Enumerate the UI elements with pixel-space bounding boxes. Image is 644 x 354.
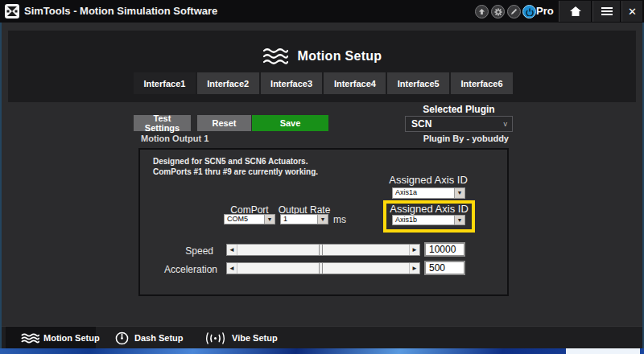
axis-b-value: Axis1b — [393, 216, 454, 224]
titlebar: SimTools - Motion Simulation Software Pr… — [0, 0, 644, 23]
selected-plugin-label: Selected Plugin — [405, 104, 513, 115]
plugin-by-credit: Plugin By - yobuddy — [348, 134, 509, 143]
motion-waves-icon — [262, 47, 288, 66]
selected-plugin-dropdown[interactable]: SCN v — [405, 116, 513, 132]
nav-motion-setup[interactable]: Motion Setup — [43, 327, 100, 349]
dropdown-arrow-icon: ▼ — [454, 216, 464, 224]
menu-button[interactable] — [592, 1, 620, 22]
acceleration-slider-track[interactable] — [237, 263, 409, 274]
axis-a-dropdown[interactable]: Axis1a ▼ — [392, 187, 465, 199]
acceleration-label: Acceleration — [145, 264, 217, 275]
speed-value-field[interactable]: 10000 — [424, 242, 465, 257]
chevron-down-icon: v — [504, 117, 508, 131]
page-title: Motion Setup — [298, 49, 382, 64]
speed-slider-thumb[interactable] — [319, 245, 323, 255]
axis-a-value: Axis1a — [393, 188, 454, 198]
simtools-logo-icon — [5, 4, 19, 19]
selected-plugin-value: SCN — [411, 118, 431, 130]
dash-setup-icon[interactable] — [115, 331, 129, 345]
dropdown-arrow-icon: ▼ — [454, 188, 464, 198]
acceleration-value-field[interactable]: 500 — [424, 261, 465, 275]
desktop-window-fragment — [566, 348, 640, 354]
comport-dropdown[interactable]: COM5 ▼ — [224, 214, 275, 224]
test-settings-button[interactable]: Test Settings — [134, 115, 191, 131]
tab-interface5[interactable]: Interface5 — [387, 72, 449, 94]
description-line-2: ComPorts #1 thru #9 are currently workin… — [153, 167, 318, 177]
window-title: SimTools - Motion Simulation Software — [24, 0, 217, 23]
slider-left-arrow-icon[interactable]: ◄ — [227, 263, 237, 274]
tab-interface6[interactable]: Interface6 — [451, 72, 513, 94]
output-rate-value: 1 — [281, 215, 317, 224]
close-icon: ✕ — [628, 6, 637, 18]
save-button[interactable]: Save — [252, 115, 328, 131]
axis-b-label: Assigned Axis ID — [384, 203, 474, 215]
dropdown-arrow-icon: ▼ — [317, 215, 328, 224]
close-button[interactable]: ✕ — [621, 1, 642, 22]
acceleration-slider[interactable]: ◄ ► — [226, 262, 420, 274]
motion-setup-icon[interactable] — [21, 333, 39, 344]
tab-interface2[interactable]: Interface2 — [197, 72, 259, 94]
interface-tabs: Interface1 Interface2 Interface3 Interfa… — [134, 72, 513, 94]
bottom-nav-bar: Motion Setup Dash Setup Vibe Setup — [2, 326, 642, 348]
settings-icon[interactable] — [491, 5, 505, 19]
reset-button[interactable]: Reset — [197, 115, 251, 131]
home-button[interactable] — [559, 1, 591, 22]
speed-slider-track[interactable] — [237, 245, 409, 255]
pro-badge: Pro — [536, 0, 554, 23]
nav-dash-setup[interactable]: Dash Setup — [134, 327, 184, 349]
desktop-background — [0, 348, 644, 354]
axis-b-dropdown[interactable]: Axis1b ▼ — [392, 215, 465, 225]
vibe-setup-icon[interactable] — [204, 332, 226, 344]
slider-right-arrow-icon[interactable]: ► — [409, 263, 419, 274]
tab-interface4[interactable]: Interface4 — [324, 72, 386, 94]
edit-icon[interactable] — [507, 5, 521, 19]
nav-vibe-setup[interactable]: Vibe Setup — [232, 327, 278, 349]
axis-a-label: Assigned Axis ID — [383, 174, 473, 186]
slider-right-arrow-icon[interactable]: ► — [409, 245, 419, 255]
power-icon[interactable] — [522, 5, 536, 19]
dropdown-arrow-icon: ▼ — [264, 215, 275, 224]
menu-icon — [601, 6, 613, 16]
plugin-description: Designed for SCN5 and SCN6 Actuators. Co… — [153, 156, 318, 177]
speed-slider[interactable]: ◄ ► — [226, 244, 420, 256]
acceleration-slider-thumb[interactable] — [319, 263, 323, 274]
tab-interface3[interactable]: Interface3 — [261, 72, 323, 94]
slider-left-arrow-icon[interactable]: ◄ — [227, 245, 237, 255]
home-icon — [569, 6, 582, 17]
header-panel: Motion Setup Interface1 Interface2 Inter… — [8, 31, 636, 102]
description-line-1: Designed for SCN5 and SCN6 Actuators. — [153, 156, 318, 167]
speed-label: Speed — [145, 245, 213, 257]
comport-value: COM5 — [225, 215, 264, 224]
output-rate-dropdown[interactable]: 1 ▼ — [280, 214, 328, 224]
motion-output-title: Motion Output 1 — [141, 134, 208, 143]
ms-unit-label: ms — [333, 214, 346, 225]
update-icon[interactable] — [475, 5, 489, 19]
page-header: Motion Setup — [8, 43, 636, 69]
app-window: SimTools - Motion Simulation Software Pr… — [0, 0, 644, 354]
tab-interface1[interactable]: Interface1 — [134, 72, 196, 94]
